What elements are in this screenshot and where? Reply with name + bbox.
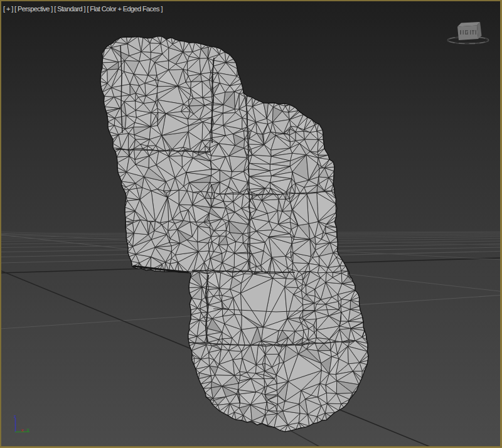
svg-text:[ + ] [ Perspective ] [ Standa: [ + ] [ Perspective ] [ Standard ] [ Fla… — [3, 5, 163, 13]
svg-text:z: z — [14, 413, 16, 419]
